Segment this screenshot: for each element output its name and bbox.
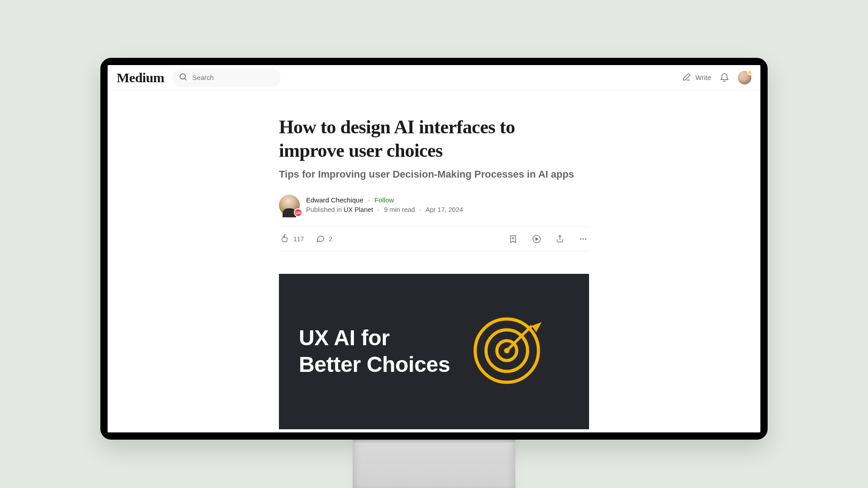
author-meta: Edward Chechique · Follow Published in U… xyxy=(306,195,463,215)
search-icon xyxy=(179,72,188,83)
write-button[interactable]: Write xyxy=(682,72,711,83)
follow-button[interactable]: Follow xyxy=(374,196,394,204)
publish-date: Apr 17, 2024 xyxy=(425,206,463,213)
read-time: 9 min read xyxy=(384,206,415,213)
svg-line-1 xyxy=(185,78,187,80)
monitor-stand xyxy=(353,440,515,488)
notifications-button[interactable] xyxy=(719,71,730,84)
notification-dot-icon xyxy=(747,70,752,75)
separator-dot: · xyxy=(368,196,370,204)
svg-point-8 xyxy=(583,238,584,239)
share-button[interactable] xyxy=(555,234,565,244)
publication-badge: UX xyxy=(294,208,302,217)
clap-icon xyxy=(280,233,290,244)
top-nav: Medium xyxy=(108,65,760,90)
bookmark-icon xyxy=(508,234,518,244)
svg-point-7 xyxy=(580,238,581,239)
screen: Medium xyxy=(108,65,760,432)
author-row: UX Edward Chechique · Follow Published i… xyxy=(279,195,589,216)
search-box[interactable] xyxy=(172,69,281,87)
svg-point-9 xyxy=(585,238,586,239)
more-icon xyxy=(578,234,588,244)
published-in-label: Published in xyxy=(306,206,342,213)
play-circle-icon xyxy=(532,234,542,244)
article: How to design AI interfaces to improve u… xyxy=(279,116,589,432)
monitor-mockup: Medium xyxy=(100,0,768,488)
bookmark-button[interactable] xyxy=(508,234,518,244)
article-title: How to design AI interfaces to improve u… xyxy=(279,116,559,162)
hero-line-1: UX AI for xyxy=(299,325,450,352)
author-name[interactable]: Edward Chechique xyxy=(306,196,363,204)
hero-image: UX AI for Better Choices xyxy=(279,274,589,429)
engagement-bar: 117 2 xyxy=(279,226,589,251)
site-logo[interactable]: Medium xyxy=(117,70,164,85)
target-icon xyxy=(468,312,545,391)
hero-line-2: Better Choices xyxy=(299,352,450,378)
search-input[interactable] xyxy=(192,74,274,81)
separator-dot: · xyxy=(420,206,421,213)
clap-button[interactable]: 117 xyxy=(280,233,304,244)
comment-button[interactable]: 2 xyxy=(316,234,332,244)
publication-link[interactable]: UX Planet xyxy=(344,206,373,213)
article-subtitle: Tips for Improving user Decision-Making … xyxy=(279,168,589,181)
comment-count: 2 xyxy=(329,235,332,243)
write-label: Write xyxy=(695,74,711,81)
more-button[interactable] xyxy=(578,234,588,244)
monitor-bezel: Medium xyxy=(100,58,768,440)
comment-icon xyxy=(316,234,325,244)
share-icon xyxy=(555,234,565,244)
profile-menu[interactable] xyxy=(738,71,751,84)
listen-button[interactable] xyxy=(532,234,542,244)
bell-icon xyxy=(719,71,730,84)
svg-line-2 xyxy=(284,234,285,235)
separator-dot: · xyxy=(377,206,379,213)
article-container: How to design AI interfaces to improve u… xyxy=(108,90,760,432)
hero-text: UX AI for Better Choices xyxy=(299,325,450,378)
svg-point-0 xyxy=(180,74,186,79)
author-avatar[interactable]: UX xyxy=(279,195,300,216)
clap-count: 117 xyxy=(293,235,304,243)
write-icon xyxy=(682,72,692,83)
